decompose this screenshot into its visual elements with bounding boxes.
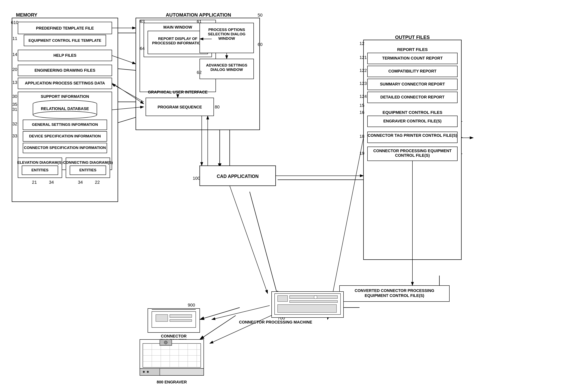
- svg-line-144: [212, 306, 270, 319]
- svg-text:HELP FILES: HELP FILES: [53, 53, 76, 58]
- svg-line-134: [230, 186, 268, 294]
- svg-text:100: 100: [193, 176, 200, 181]
- svg-text:13: 13: [12, 80, 17, 85]
- svg-text:14: 14: [12, 52, 17, 57]
- svg-point-182: [143, 371, 145, 373]
- svg-text:34: 34: [49, 180, 54, 185]
- svg-text:CONTROL FILE(S): CONTROL FILE(S): [395, 153, 430, 157]
- svg-text:EQUIPMENT CONTROL FILE(S): EQUIPMENT CONTROL FILE(S): [365, 293, 424, 298]
- svg-text:16: 16: [360, 110, 364, 115]
- svg-text:ENTITIES: ENTITIES: [31, 168, 48, 172]
- svg-point-179: [164, 341, 167, 344]
- svg-text:GRAPHICAL USER INTERFACE: GRAPHICAL USER INTERFACE: [148, 90, 208, 94]
- svg-text:610: 610: [11, 20, 18, 25]
- svg-text:ELEVATION DIAGRAM(S): ELEVATION DIAGRAM(S): [17, 160, 63, 165]
- svg-text:11: 11: [12, 36, 17, 41]
- svg-text:15: 15: [360, 103, 364, 108]
- svg-text:ENGRAVER CONTROL FILE(S): ENGRAVER CONTROL FILE(S): [383, 119, 441, 123]
- svg-point-41: [33, 111, 97, 118]
- svg-text:MEMORY: MEMORY: [16, 12, 37, 17]
- diagram: MEMORY 610 PREDEFINED TEMPLATE FILE EQUI…: [0, 0, 572, 392]
- svg-text:CONNECTOR PROCESSING MACHINE: CONNECTOR PROCESSING MACHINE: [239, 320, 312, 324]
- svg-text:18: 18: [360, 134, 364, 139]
- svg-text:PROCESSED INFORMATION: PROCESSED INFORMATION: [152, 41, 203, 45]
- svg-text:31: 31: [12, 107, 17, 112]
- svg-text:CONNECTING DIAGRAM(S): CONNECTING DIAGRAM(S): [63, 160, 113, 165]
- svg-rect-154: [170, 314, 192, 317]
- svg-text:123: 123: [360, 81, 367, 86]
- svg-text:CONNECTOR PROCESSING EQUIPMENT: CONNECTOR PROCESSING EQUIPMENT: [373, 149, 452, 153]
- svg-text:800 ENGRAVER: 800 ENGRAVER: [157, 380, 187, 384]
- svg-text:GENERAL SETTINGS INFORMATION: GENERAL SETTINGS INFORMATION: [32, 122, 98, 126]
- svg-text:20: 20: [12, 67, 17, 72]
- svg-text:WINDOW: WINDOW: [218, 36, 235, 41]
- svg-text:PROCESS OPTIONS: PROCESS OPTIONS: [208, 28, 245, 32]
- svg-text:REPORT FILES: REPORT FILES: [397, 47, 428, 52]
- svg-rect-161: [278, 296, 287, 301]
- svg-text:OUTPUT FILES: OUTPUT FILES: [395, 34, 429, 40]
- svg-rect-163: [290, 300, 337, 302]
- svg-text:61: 61: [197, 19, 202, 24]
- svg-rect-181: [140, 368, 160, 376]
- svg-text:ENGINEERING DRAWING FILES: ENGINEERING DRAWING FILES: [34, 68, 95, 73]
- svg-text:PROGRAM SEQUENCE: PROGRAM SEQUENCE: [158, 105, 202, 109]
- svg-text:REPORT DISPLAY OF: REPORT DISPLAY OF: [158, 37, 197, 41]
- svg-text:34: 34: [78, 180, 83, 185]
- svg-line-145: [210, 314, 276, 344]
- svg-text:AUTOMATION APPLICATION: AUTOMATION APPLICATION: [166, 12, 231, 17]
- svg-rect-164: [278, 305, 336, 313]
- svg-text:121: 121: [360, 55, 367, 60]
- svg-text:CONNECTOR SPECIFICATION INFORM: CONNECTOR SPECIFICATION INFORMATION: [24, 146, 106, 150]
- svg-text:MAIN WINDOW: MAIN WINDOW: [163, 25, 192, 29]
- svg-text:COMPATIBILITY REPORT: COMPATIBILITY REPORT: [388, 69, 436, 73]
- svg-text:50: 50: [258, 13, 262, 17]
- svg-text:DIALOG WINDOW: DIALOG WINDOW: [210, 67, 243, 72]
- svg-rect-153: [156, 314, 168, 322]
- svg-text:SUPPORT INFORMATION: SUPPORT INFORMATION: [41, 94, 89, 99]
- svg-text:PREDEFINED TEMPLATE FILE: PREDEFINED TEMPLATE FILE: [36, 26, 94, 30]
- main-diagram-svg: MEMORY 610 PREDEFINED TEMPLATE FILE EQUI…: [0, 0, 572, 392]
- svg-rect-155: [170, 319, 192, 322]
- svg-text:TERMINATION COUNT REPORT: TERMINATION COUNT REPORT: [382, 56, 443, 60]
- svg-text:62: 62: [197, 70, 202, 75]
- svg-text:35: 35: [12, 102, 17, 107]
- svg-text:CONNECTOR TAG PRINTER CONTROL : CONNECTOR TAG PRINTER CONTROL FILE(S): [368, 133, 457, 138]
- svg-text:ENTITIES: ENTITIES: [79, 168, 96, 172]
- svg-point-165: [314, 296, 317, 299]
- svg-text:RELATIONAL DATABASE: RELATIONAL DATABASE: [41, 107, 89, 111]
- svg-text:ADVANCED SETTINGS: ADVANCED SETTINGS: [206, 63, 247, 67]
- svg-text:CAD APPLICATION: CAD APPLICATION: [217, 174, 259, 179]
- svg-text:64: 64: [140, 46, 144, 51]
- svg-text:32: 32: [12, 121, 17, 126]
- svg-text:21: 21: [32, 180, 37, 185]
- svg-text:33: 33: [12, 133, 17, 138]
- svg-text:CONNECTOR: CONNECTOR: [161, 334, 187, 338]
- svg-text:EQUIPMENT CONTROL FILES: EQUIPMENT CONTROL FILES: [382, 110, 442, 115]
- svg-text:80: 80: [215, 104, 220, 110]
- svg-text:APPLICATION PROCESS SETTINGS D: APPLICATION PROCESS SETTINGS DATA: [25, 81, 105, 85]
- svg-point-183: [147, 371, 149, 373]
- svg-text:12: 12: [360, 41, 364, 46]
- svg-text:900: 900: [188, 302, 195, 308]
- svg-text:CONVERTED CONNECTOR PROCESSING: CONVERTED CONNECTOR PROCESSING: [355, 288, 434, 293]
- svg-text:22: 22: [95, 180, 100, 185]
- svg-text:DETAILED CONNECTOR REPORT: DETAILED CONNECTOR REPORT: [380, 95, 445, 99]
- svg-text:122: 122: [360, 68, 367, 73]
- svg-text:SELECTION DIALOG: SELECTION DIALOG: [208, 32, 245, 36]
- svg-rect-162: [290, 296, 337, 298]
- svg-text:63: 63: [140, 19, 144, 24]
- svg-text:124: 124: [360, 94, 367, 99]
- svg-text:EQUIPMENT CONTROL FILE TEMPLAT: EQUIPMENT CONTROL FILE TEMPLATE: [29, 38, 101, 43]
- svg-text:SUMMARY CONNECTOR REPORT: SUMMARY CONNECTOR REPORT: [380, 82, 445, 86]
- svg-text:DEVICE SPECIFICATION INFORMATI: DEVICE SPECIFICATION INFORMATION: [29, 134, 101, 138]
- svg-text:60: 60: [258, 42, 262, 47]
- svg-text:30: 30: [12, 94, 17, 99]
